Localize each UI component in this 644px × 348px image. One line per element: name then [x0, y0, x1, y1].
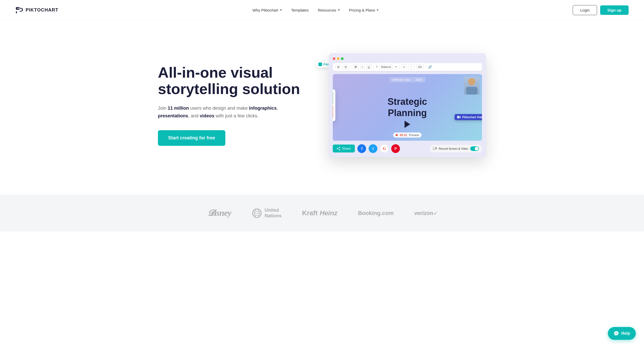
- subtext-highlight1: 11 million: [168, 106, 189, 111]
- play-button[interactable]: [405, 121, 410, 128]
- un-text: United Nations: [265, 208, 281, 219]
- logos-row: 𝒟isney United Nations KraftHeinz Booking…: [15, 208, 629, 219]
- hero-headline: All-in-one visual storytelling solution: [158, 64, 322, 97]
- united-nations-logo: United Nations: [252, 208, 281, 219]
- svg-point-4: [468, 78, 475, 85]
- un-name-line1: United: [265, 208, 281, 213]
- pinterest-share-icon[interactable]: P: [391, 144, 400, 153]
- timer-display: 00:15: [400, 134, 407, 137]
- cta-button[interactable]: Start creating for free: [158, 130, 225, 146]
- svg-line-11: [338, 149, 339, 150]
- person-image: [464, 77, 479, 95]
- share-label: Share: [342, 147, 351, 150]
- hero-left: All-in-one visual storytelling solution …: [158, 64, 322, 146]
- nav-links: Why Piktochart Templates Resources Prici…: [253, 8, 379, 12]
- piktochart-video-badge: Piktochart Video: [455, 114, 482, 120]
- hero-right: Piktochart Visual ⊞ ⊟ B I U T: [329, 53, 486, 157]
- logo-icon: [15, 6, 24, 14]
- toolbar-font[interactable]: Mattone: [379, 65, 393, 69]
- toolbar-separator3: [399, 65, 399, 69]
- record-toggle: Record Screen & Video: [430, 145, 482, 152]
- slide-title: StrategicPlanning: [388, 96, 427, 118]
- toolbar-separator4: [426, 65, 426, 69]
- video-badge-label: Piktochart Video: [462, 116, 482, 119]
- logos-section: 𝒟isney United Nations KraftHeinz Booking…: [0, 195, 644, 231]
- google-share-icon[interactable]: G: [380, 144, 389, 153]
- svg-rect-12: [433, 147, 436, 149]
- verizon-name: verizon✓: [414, 210, 437, 217]
- share-icon: [337, 147, 340, 150]
- thumbnail-panel: [333, 89, 335, 121]
- nav-actions: Login Sign up: [573, 5, 629, 15]
- facebook-share-icon[interactable]: f: [357, 144, 366, 153]
- record-label: Record Screen & Video: [439, 147, 468, 150]
- record-screen-icon: [433, 147, 437, 150]
- toolbar-grid-icon[interactable]: ⊞: [335, 65, 341, 69]
- preview-label[interactable]: Preview: [409, 134, 419, 137]
- hero-subtext: Join 11 million users who design and mak…: [158, 104, 291, 120]
- toolbar-separator: [351, 65, 351, 69]
- kraft-name: Kraft: [302, 209, 318, 217]
- toolbar-underline[interactable]: U: [366, 65, 372, 69]
- svg-line-10: [338, 148, 339, 148]
- chevron-down-icon: [280, 9, 282, 11]
- toolbar-bullets-icon[interactable]: ⋮: [408, 65, 415, 69]
- toolbar-aa-icon[interactable]: AA: [416, 65, 424, 69]
- dot-maximize: [341, 57, 344, 60]
- hero-section: All-in-one visual storytelling solution …: [143, 21, 501, 195]
- toolbar-separator2: [374, 65, 374, 69]
- logo[interactable]: PIKTOCHART: [15, 6, 58, 14]
- navbar: PIKTOCHART Why Piktochart Templates Reso…: [0, 0, 644, 21]
- toolbar-link-icon[interactable]: 🔗: [428, 65, 432, 69]
- thumbnail-2[interactable]: [333, 105, 333, 118]
- font-chevron-icon: [395, 66, 397, 68]
- subtext-mid: users who design and make: [189, 106, 249, 111]
- record-toggle-switch[interactable]: [470, 146, 479, 151]
- dot-minimize: [337, 57, 339, 60]
- share-bar: Share f t G P Record Screen & Video: [333, 144, 482, 153]
- booking-name: Booking.com: [358, 210, 394, 217]
- chevron-down-icon: [377, 9, 379, 11]
- toolbar-italic[interactable]: I: [360, 65, 365, 69]
- nav-resources[interactable]: Resources: [318, 8, 340, 12]
- kraftheinz-logo: KraftHeinz: [302, 209, 337, 217]
- chevron-down-icon: [338, 9, 340, 11]
- video-icon: [457, 116, 461, 119]
- svg-rect-2: [16, 7, 17, 10]
- toolbar-T: T: [376, 65, 378, 68]
- verizon-logo: verizon✓: [414, 210, 437, 217]
- subtext-prefix: Join: [158, 106, 168, 111]
- thumbnail-1[interactable]: [333, 91, 333, 104]
- subtext-highlight3: presentations: [158, 113, 188, 118]
- svg-rect-6: [457, 116, 459, 118]
- nav-why[interactable]: Why Piktochart: [253, 8, 282, 12]
- toolbar-list-icon[interactable]: ≡: [401, 65, 407, 69]
- toolbar-settings-icon[interactable]: ⊟: [343, 65, 349, 69]
- subtext-suffix: with just a few clicks.: [214, 113, 258, 118]
- browser-dots: [333, 57, 482, 60]
- canvas-area: Ultimate Corp. 2025 StrategicPlanning: [333, 74, 482, 141]
- canvas-year: 2025: [416, 78, 422, 81]
- dot-close: [333, 57, 335, 60]
- un-name-line2: Nations: [265, 213, 281, 219]
- subtext-highlight4: videos: [200, 113, 214, 118]
- share-button[interactable]: Share: [333, 145, 355, 152]
- nav-templates[interactable]: Templates: [291, 8, 309, 12]
- subtext-highlight2: infographics: [249, 106, 277, 111]
- svg-rect-3: [16, 11, 17, 13]
- heinz-name: Heinz: [320, 209, 337, 217]
- brand-name: PIKTOCHART: [26, 7, 58, 13]
- nav-pricing[interactable]: Pricing & Plans: [349, 8, 379, 12]
- un-globe-icon: [252, 208, 262, 218]
- login-button[interactable]: Login: [573, 5, 597, 15]
- subtext-and: , and: [188, 113, 200, 118]
- disney-name: 𝒟isney: [207, 208, 231, 218]
- booking-logo: Booking.com: [358, 210, 394, 217]
- editor-toolbar: ⊞ ⊟ B I U T Mattone ≡ ⋮ AA 🔗: [333, 63, 482, 71]
- twitter-share-icon[interactable]: t: [369, 144, 377, 153]
- canvas-company: Ultimate Corp.: [393, 78, 410, 81]
- toolbar-bold[interactable]: B: [353, 65, 359, 69]
- rec-dot: [396, 134, 398, 136]
- subtext-comma: ,: [277, 106, 278, 111]
- signup-button[interactable]: Sign up: [600, 5, 629, 15]
